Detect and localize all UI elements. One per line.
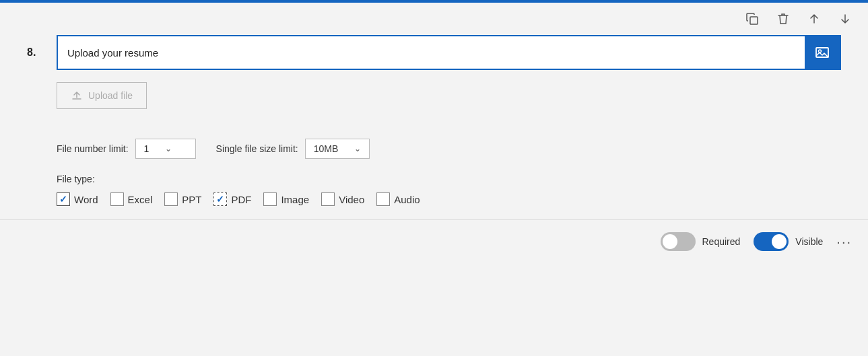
file-number-value: 1 <box>144 143 149 154</box>
file-number-group: File number limit: 1 ⌄ <box>57 139 196 159</box>
file-size-label: Single file size limit: <box>216 143 298 154</box>
checkbox-word[interactable]: ✓ <box>57 192 70 206</box>
file-type-item-video: Video <box>321 192 364 206</box>
file-type-label-word: Word <box>74 194 98 205</box>
file-type-label: File type: <box>57 174 841 184</box>
required-label: Required <box>702 236 741 247</box>
file-type-label-ppt: PPT <box>182 194 201 205</box>
file-type-item-image: Image <box>263 192 309 206</box>
file-number-chevron-icon: ⌄ <box>165 144 172 153</box>
svg-rect-0 <box>750 17 758 24</box>
checkbox-pdf[interactable]: ✓ <box>213 192 227 206</box>
file-type-item-excel: Excel <box>110 192 153 206</box>
visible-toggle-thumb <box>772 234 787 249</box>
file-type-item-pdf: ✓PDF <box>213 192 251 206</box>
svg-point-2 <box>819 50 822 52</box>
file-type-section: File type: ✓WordExcelPPT✓PDFImageVideoAu… <box>57 174 841 206</box>
file-type-label-excel: Excel <box>128 194 153 205</box>
limits-row: File number limit: 1 ⌄ Single file size … <box>57 139 841 159</box>
checkbox-ppt[interactable] <box>164 192 178 206</box>
file-size-group: Single file size limit: 10MB ⌄ <box>216 139 370 159</box>
required-toggle[interactable] <box>661 232 696 251</box>
checkbox-image[interactable] <box>263 192 277 206</box>
file-type-label-pdf: PDF <box>231 194 251 205</box>
file-type-label-image: Image <box>281 194 309 205</box>
required-toggle-group: Required <box>661 232 741 251</box>
upload-file-button[interactable]: Upload file <box>57 82 147 109</box>
file-number-label: File number limit: <box>57 143 129 154</box>
upload-arrow-icon <box>71 90 83 102</box>
move-down-icon[interactable] <box>836 9 855 28</box>
move-up-icon[interactable] <box>805 9 824 28</box>
checkmark-pdf: ✓ <box>216 194 224 205</box>
file-number-dropdown[interactable]: 1 ⌄ <box>135 139 196 159</box>
visible-label: Visible <box>795 236 823 247</box>
file-size-chevron-icon: ⌄ <box>354 144 361 153</box>
file-size-value: 10MB <box>314 143 339 154</box>
required-toggle-thumb <box>663 234 677 249</box>
checkbox-video[interactable] <box>321 192 335 206</box>
question-input-wrapper <box>57 35 841 70</box>
delete-icon[interactable] <box>774 9 793 28</box>
file-type-label-audio: Audio <box>394 194 420 205</box>
file-type-item-audio: Audio <box>376 192 420 206</box>
footer: Required Visible ··· <box>0 225 868 258</box>
copy-icon[interactable] <box>743 9 762 28</box>
checkbox-audio[interactable] <box>376 192 390 206</box>
main-content: 8. Upload file File number limit: <box>0 35 868 206</box>
checkbox-excel[interactable] <box>110 192 124 206</box>
upload-file-label: Upload file <box>88 90 133 101</box>
more-options-button[interactable]: ··· <box>836 234 852 250</box>
insert-image-button[interactable] <box>805 36 840 69</box>
visible-toggle[interactable] <box>754 232 789 251</box>
upload-button-wrapper: Upload file <box>57 82 841 125</box>
visible-toggle-group: Visible <box>754 232 823 251</box>
file-type-label-video: Video <box>339 194 364 205</box>
question-row: 8. <box>27 35 841 70</box>
file-type-item-ppt: PPT <box>164 192 201 206</box>
file-type-item-word: ✓Word <box>57 192 98 206</box>
question-number: 8. <box>27 46 46 59</box>
footer-divider <box>0 219 868 220</box>
file-types-row: ✓WordExcelPPT✓PDFImageVideoAudio <box>57 192 841 206</box>
file-size-dropdown[interactable]: 10MB ⌄ <box>305 139 370 159</box>
question-title-input[interactable] <box>58 39 805 67</box>
checkmark-word: ✓ <box>59 194 67 205</box>
toolbar <box>0 3 868 35</box>
